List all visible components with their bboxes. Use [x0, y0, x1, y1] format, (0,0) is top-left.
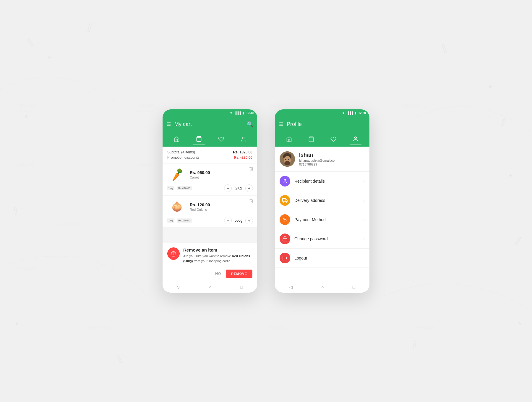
profile-user-section: Ishan ish.madushka@gmail.com 0718786729 — [275, 147, 369, 172]
menu-item-recipient[interactable]: Recipient details › — [275, 172, 369, 191]
subtotal-label: Subtotal (4 items) — [167, 150, 195, 154]
carrot-qty-control: − 2Kg + — [224, 184, 253, 192]
home-btn-cart[interactable]: ○ — [209, 285, 211, 289]
menu-item-password[interactable]: Change password › — [275, 229, 369, 249]
delivery-chevron: › — [363, 198, 365, 203]
cart-summary: Subtotal (4 items) Rs. 1820.00 Promotion… — [163, 147, 257, 163]
discount-value: Rs. -220.00 — [234, 155, 252, 160]
battery-icon-profile: ▮ — [355, 111, 356, 115]
android-nav-profile: ◁ ○ □ — [275, 281, 369, 293]
delivery-label: Delivery address — [294, 198, 359, 203]
remove-text-area: Remove an item Are you sure you want to … — [183, 247, 252, 263]
menu-icon-cart[interactable]: ☰ — [167, 121, 171, 127]
menu-icon-profile[interactable]: ☰ — [279, 121, 283, 127]
back-btn-profile[interactable]: ◁ — [289, 285, 293, 289]
payment-icon-circle — [280, 214, 290, 225]
discount-row: Promotion discounts Rs. -220.00 — [167, 155, 252, 160]
svg-rect-9 — [87, 24, 91, 32]
nav-cart-profile[interactable] — [305, 133, 317, 145]
svg-text:★: ★ — [15, 320, 20, 326]
subtotal-row: Subtotal (4 items) Rs. 1820.00 — [167, 150, 252, 154]
svg-rect-27 — [283, 198, 286, 201]
onion-qty-control: − 500g + — [224, 217, 253, 224]
cart-app-bar: ☰ My cart 🔍 — [163, 116, 257, 132]
carrot-info: Rs. 960.00 Carrot — [190, 170, 253, 179]
home-btn-profile[interactable]: ○ — [321, 285, 324, 289]
profile-bottom-nav — [275, 132, 369, 147]
delete-onion-btn[interactable] — [249, 199, 254, 204]
carrot-name: Carrot — [190, 176, 253, 179]
carrot-unit-price: Rs.490.00 — [177, 186, 192, 190]
onion-info: Rs. 120.00 Red Onions — [190, 202, 253, 211]
recent-btn-cart[interactable]: □ — [240, 285, 243, 289]
battery-icon: ▮ — [242, 111, 244, 115]
cart-content: Subtotal (4 items) Rs. 1820.00 Promotion… — [163, 147, 257, 281]
svg-rect-12 — [14, 207, 17, 215]
svg-point-26 — [284, 179, 286, 181]
carrot-qty: 2Kg — [234, 186, 243, 190]
logout-label: Logout — [294, 256, 365, 260]
nav-store-profile[interactable] — [283, 133, 295, 145]
nav-store[interactable] — [171, 133, 183, 145]
remove-dialog: Remove an item Are you sure you want to … — [163, 243, 257, 267]
profile-title: Profile — [287, 121, 365, 127]
svg-point-29 — [283, 201, 284, 202]
delete-carrot-btn[interactable] — [249, 166, 254, 172]
onion-image: 🧅 — [167, 199, 187, 215]
profile-content: Ishan ish.madushka@gmail.com 0718786729 … — [275, 147, 369, 281]
discount-label: Promotion discounts — [167, 155, 200, 160]
status-bar-profile: ▼ ▐▐▐ ▮ 12:30 — [275, 109, 369, 116]
carrot-image: 🥕 — [167, 166, 187, 183]
menu-item-logout[interactable]: Logout — [275, 249, 369, 268]
svg-text:★: ★ — [47, 55, 51, 60]
remove-actions: NO REMOVE — [163, 267, 257, 281]
recent-btn-profile[interactable]: □ — [353, 285, 355, 289]
user-phone: 0718786729 — [299, 163, 365, 166]
recipient-label: Recipient details — [294, 179, 359, 184]
password-label: Change password — [294, 236, 359, 241]
cart-items-list: 🥕 Rs. 960.00 Carrot — [163, 163, 257, 243]
back-btn-cart[interactable]: ▽ — [177, 285, 180, 289]
svg-text:★: ★ — [488, 83, 493, 90]
nav-profile-active[interactable] — [350, 133, 361, 145]
user-avatar — [280, 151, 295, 167]
search-icon-cart[interactable]: 🔍 — [246, 121, 253, 127]
svg-point-25 — [288, 159, 289, 160]
password-icon-circle — [280, 234, 290, 244]
time-cart: 12:30 — [246, 111, 254, 115]
android-nav-cart: ▽ ○ □ — [163, 281, 257, 293]
svg-point-19 — [354, 137, 356, 139]
onion-increase-btn[interactable]: + — [245, 217, 253, 224]
remove-dialog-title: Remove an item — [183, 247, 252, 252]
recipient-chevron: › — [363, 179, 365, 184]
nav-cart[interactable] — [193, 133, 205, 145]
carrot-unit: 1Kg — [167, 186, 174, 190]
payment-label: Payment Method — [294, 217, 359, 222]
nav-favorites-profile[interactable] — [327, 133, 339, 145]
signal-icon: ▐▐▐ — [234, 111, 241, 115]
subtotal-value: Rs. 1820.00 — [233, 150, 252, 154]
status-bar-cart: ▼ ▐▐▐ ▮ 12:30 — [163, 109, 257, 116]
remove-dialog-icon — [167, 247, 180, 260]
password-chevron: › — [363, 236, 365, 241]
nav-profile-cart[interactable] — [237, 133, 249, 145]
remove-dialog-desc: Are you sure you want to remove Red Onio… — [183, 254, 252, 263]
signal-icon-profile: ▐▐▐ — [347, 111, 353, 115]
delivery-icon-circle — [280, 195, 290, 206]
cart-item-carrot: 🥕 Rs. 960.00 Carrot — [163, 163, 257, 195]
profile-phone: ▼ ▐▐▐ ▮ 12:30 ☰ Profile — [275, 109, 369, 293]
time-profile: 12:30 — [358, 111, 366, 115]
svg-point-24 — [285, 159, 286, 160]
svg-text:★: ★ — [24, 113, 29, 119]
carrot-price: Rs. 960.00 — [190, 170, 253, 175]
menu-item-payment[interactable]: Payment Method › — [275, 210, 369, 229]
no-button[interactable]: NO — [215, 272, 221, 276]
user-name: Ishan — [299, 152, 365, 158]
carrot-decrease-btn[interactable]: − — [224, 184, 232, 192]
menu-item-delivery[interactable]: Delivery address › — [275, 191, 369, 210]
remove-button[interactable]: REMOVE — [226, 270, 252, 278]
onion-decrease-btn[interactable]: − — [224, 217, 232, 224]
svg-point-30 — [286, 201, 287, 202]
carrot-increase-btn[interactable]: + — [245, 184, 253, 192]
nav-favorites[interactable] — [215, 133, 227, 145]
